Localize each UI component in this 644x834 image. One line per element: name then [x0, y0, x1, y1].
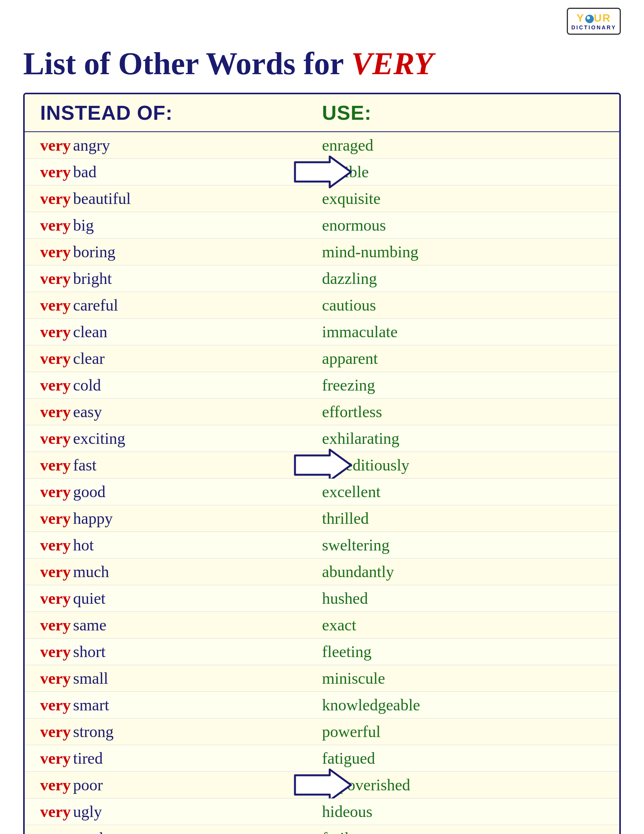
adj-label: quiet [73, 589, 105, 608]
adj-label: easy [73, 403, 102, 421]
arrow-icon [291, 768, 353, 802]
table-row: very brightdazzling [25, 265, 619, 292]
table-row: very muchabundantly [25, 559, 619, 585]
very-label: very [40, 349, 71, 368]
table-header: INSTEAD OF: USE: [25, 94, 619, 132]
very-label: very [40, 482, 71, 501]
page: YUR DICTIONARY List of Other Words for V… [0, 0, 644, 834]
word-table: INSTEAD OF: USE: very angryenragedvery b… [23, 93, 621, 834]
table-row: very carefulcautious [25, 292, 619, 319]
use-label: knowledgeable [322, 696, 604, 714]
very-label: very [40, 136, 71, 155]
left-col: very tired [40, 749, 322, 768]
very-label: very [40, 216, 71, 234]
left-col: very ugly [40, 802, 322, 821]
svg-marker-1 [295, 450, 351, 481]
very-label: very [40, 323, 71, 341]
table-row: very bad terrible [25, 159, 619, 185]
use-label: exact [322, 616, 604, 634]
left-col: very boring [40, 243, 322, 261]
left-col: very bad [40, 163, 322, 181]
header-instead: INSTEAD OF: [40, 101, 322, 124]
adj-label: boring [73, 243, 115, 261]
left-col: very clean [40, 323, 322, 341]
arrow-icon [291, 448, 353, 482]
adj-label: small [73, 669, 108, 688]
table-body: very angryenragedvery bad terriblevery b… [25, 132, 619, 834]
logo-box: YUR DICTIONARY [567, 8, 621, 35]
very-label: very [40, 829, 71, 834]
adj-label: strong [73, 722, 114, 741]
use-label: fleeting [322, 642, 604, 661]
very-label: very [40, 642, 71, 661]
very-label: very [40, 589, 71, 608]
left-col: very good [40, 482, 322, 501]
adj-label: tired [73, 749, 103, 768]
left-col: very quiet [40, 589, 322, 608]
table-row: very strongpowerful [25, 718, 619, 745]
left-col: very smart [40, 696, 322, 714]
adj-label: exciting [73, 429, 125, 448]
adj-label: cold [73, 376, 101, 394]
table-row: very sameexact [25, 612, 619, 639]
very-label: very [40, 429, 71, 448]
adj-label: short [73, 642, 105, 661]
table-row: very bigenormous [25, 212, 619, 239]
very-label: very [40, 749, 71, 768]
use-label: effortless [322, 403, 604, 421]
table-row: very coldfreezing [25, 372, 619, 399]
table-row: very quiethushed [25, 585, 619, 612]
table-row: very smartknowledgeable [25, 692, 619, 718]
use-label: miniscule [322, 669, 604, 688]
table-row: very poor impoverished [25, 772, 619, 798]
title-prefix: List of Other Words for [23, 46, 351, 81]
table-row: very clearapparent [25, 345, 619, 372]
adj-label: big [73, 216, 94, 234]
adj-label: weak [73, 829, 107, 834]
very-label: very [40, 376, 71, 394]
left-col: very exciting [40, 429, 322, 448]
use-label: immaculate [322, 323, 604, 341]
table-row: very hotsweltering [25, 532, 619, 559]
left-col: very much [40, 562, 322, 581]
use-label: impoverished [322, 776, 604, 794]
table-row: very shortfleeting [25, 639, 619, 665]
left-col: very careful [40, 296, 322, 314]
very-label: very [40, 722, 71, 741]
left-col: very short [40, 642, 322, 661]
use-label: fatigued [322, 749, 604, 768]
use-label: expeditiously [322, 456, 604, 474]
table-row: very beautifulexquisite [25, 185, 619, 212]
table-row: very fast expeditiously [25, 452, 619, 479]
left-col: very bright [40, 269, 322, 288]
adj-label: poor [73, 776, 103, 794]
use-label: hideous [322, 802, 604, 821]
header-use: USE: [322, 101, 604, 124]
svg-marker-2 [295, 769, 351, 800]
adj-label: fast [73, 456, 97, 474]
very-label: very [40, 243, 71, 261]
left-col: very big [40, 216, 322, 234]
use-label: enraged [322, 136, 604, 155]
table-row: very smallminiscule [25, 665, 619, 692]
left-col: very easy [40, 403, 322, 421]
use-label: terrible [322, 163, 604, 181]
very-label: very [40, 562, 71, 581]
table-row: very boringmind-numbing [25, 239, 619, 265]
adj-label: bright [73, 269, 112, 288]
left-col: very clear [40, 349, 322, 368]
left-col: very strong [40, 722, 322, 741]
left-col: very fast [40, 456, 322, 474]
very-label: very [40, 456, 71, 474]
adj-label: clean [73, 323, 107, 341]
table-row: very easyeffortless [25, 399, 619, 425]
logo-o-icon [585, 15, 594, 23]
very-label: very [40, 616, 71, 634]
very-label: very [40, 403, 71, 421]
left-col: very angry [40, 136, 322, 155]
main-title: List of Other Words for VERY [23, 46, 621, 81]
use-label: frail [322, 829, 604, 834]
adj-label: angry [73, 136, 110, 155]
adj-label: good [73, 482, 105, 501]
adj-label: clear [73, 349, 105, 368]
